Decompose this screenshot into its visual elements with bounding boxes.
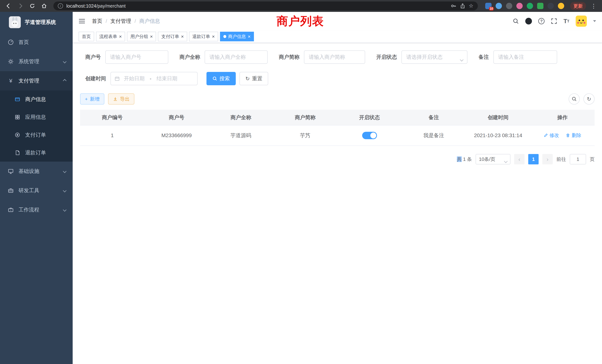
search-button[interactable]: 搜索 [206, 72, 236, 85]
next-page-button[interactable]: › [542, 154, 553, 164]
full-name-input[interactable] [205, 50, 268, 64]
refresh-table-button[interactable]: ↻ [583, 93, 595, 105]
tab-merchant-info[interactable]: 商户信息× [220, 32, 254, 41]
close-icon[interactable]: × [150, 34, 153, 39]
hamburger-icon[interactable] [79, 18, 85, 24]
sidebar-item-system[interactable]: 系统管理 [0, 52, 73, 71]
sidebar-item-refund-order[interactable]: 退款订单 [0, 144, 73, 162]
pagination: 共 1 条 10条/页 ‹ 1 › 前往 页 [80, 154, 595, 164]
date-start-input[interactable] [121, 76, 148, 82]
search-icon [212, 76, 217, 81]
table-row: 1 M233666999 芋道源码 芋艿 我是备注 2021-10-23 08:… [80, 125, 595, 146]
add-button[interactable]: + 新增 [80, 93, 104, 105]
date-range-picker[interactable]: - [110, 72, 198, 85]
page-annotation: 商户列表 [277, 13, 324, 29]
font-size-icon[interactable]: TT [563, 18, 569, 24]
help-icon[interactable]: ? [538, 18, 545, 24]
sidebar-item-merchant-info[interactable]: 商户信息 [0, 90, 73, 108]
github-icon[interactable] [525, 18, 532, 24]
sidebar-item-pay-order[interactable]: 支付订单 [0, 126, 73, 144]
sidebar-item-app-info[interactable]: 应用信息 [0, 108, 73, 126]
tab-user-group[interactable]: 用户分组× [127, 32, 156, 41]
status-select[interactable] [401, 50, 467, 64]
close-icon[interactable]: × [181, 34, 184, 39]
remark-input[interactable] [493, 50, 557, 64]
merchant-table: 商户编号 商户号 商户全称 商户简称 开启状态 备注 创建时间 操作 1 [80, 110, 595, 146]
forward-icon[interactable] [16, 2, 24, 10]
export-button[interactable]: 导出 [108, 93, 134, 105]
date-end-input[interactable] [154, 76, 180, 82]
column-header: 商户编号 [80, 110, 144, 125]
sidebar-item-payment[interactable]: ¥ 支付管理 [0, 71, 73, 90]
fullscreen-icon[interactable] [551, 18, 557, 24]
top-navbar: 首页 / 支付管理 / 商户信息 商户列表 ? TT [73, 12, 602, 30]
extension-icon[interactable] [548, 3, 554, 9]
reset-button[interactable]: ↻ 重置 [239, 72, 268, 85]
back-icon[interactable] [4, 2, 13, 10]
page-info-icon[interactable]: i [58, 3, 63, 9]
share-icon[interactable] [460, 3, 465, 9]
breadcrumb: 首页 / 支付管理 / 商户信息 [92, 18, 160, 25]
bookmark-star-icon[interactable]: ☆ [469, 3, 473, 9]
chevron-down-icon [63, 169, 66, 173]
extension-icon[interactable] [537, 3, 543, 9]
breadcrumb-current: 商户信息 [139, 18, 160, 25]
breadcrumb-home[interactable]: 首页 [92, 18, 102, 25]
payment-submenu: 商户信息 应用信息 支付订单 [0, 90, 73, 162]
edit-label: 修改 [549, 132, 559, 139]
extension-icon[interactable]: 10 [485, 3, 492, 9]
sidebar-item-devtools[interactable]: 研发工具 [0, 181, 73, 200]
avatar[interactable] [576, 16, 587, 27]
sidebar-item-label: 研发工具 [19, 187, 63, 194]
column-header: 商户简称 [273, 110, 337, 125]
tab-pay-order[interactable]: 支付订单× [158, 32, 187, 41]
breadcrumb-payment[interactable]: 支付管理 [110, 18, 131, 25]
address-bar[interactable]: i localhost:1024/pay/merchant ☆ [53, 1, 478, 10]
tab-label: 退款订单 [192, 33, 210, 40]
home-icon[interactable] [40, 2, 48, 10]
extension-icon[interactable] [516, 3, 523, 9]
cell-merchant-no: M233666999 [144, 125, 209, 146]
trash-icon [566, 133, 570, 138]
sidebar-item-label: 支付管理 [19, 77, 63, 84]
search-icon[interactable] [513, 18, 519, 24]
tags-view: 首页 流程表单× 用户分组× 支付订单× 退款订单× 商户信息× [73, 30, 602, 43]
extension-icon[interactable] [506, 3, 512, 9]
full-name-label: 商户全称 [179, 54, 200, 61]
page-size-select[interactable]: 10条/页 [476, 154, 510, 164]
current-page-button[interactable]: 1 [528, 154, 539, 164]
tab-refund-order[interactable]: 退款订单× [189, 32, 218, 41]
extension-badge: 10 [489, 7, 494, 11]
close-icon[interactable]: × [119, 34, 122, 39]
sidebar-item-infra[interactable]: 基础设施 [0, 162, 73, 181]
tab-label: 流程表单 [99, 33, 117, 40]
prev-page-button[interactable]: ‹ [514, 154, 525, 164]
status-toggle[interactable] [362, 132, 377, 139]
sidebar-item-home[interactable]: 首页 [0, 33, 73, 52]
key-icon[interactable] [451, 3, 456, 9]
close-icon[interactable]: × [212, 34, 215, 39]
sidebar-logo[interactable]: 芋道管理系统 [0, 12, 73, 33]
smiley-extension-icon[interactable] [558, 3, 564, 9]
tab-home[interactable]: 首页 [79, 32, 94, 41]
goto-label: 前往 [556, 156, 566, 162]
tab-process-form[interactable]: 流程表单× [96, 32, 125, 41]
extension-icon[interactable] [496, 3, 502, 9]
extension-icon[interactable] [527, 3, 533, 9]
tab-label: 用户分组 [130, 33, 148, 40]
right-tools: ↻ [569, 93, 595, 105]
page-content: 商户号 商户全称 商户简称 开启状态 [73, 43, 602, 364]
delete-link[interactable]: 删除 [566, 132, 581, 139]
reload-icon[interactable] [28, 2, 36, 10]
short-name-input[interactable] [304, 50, 365, 64]
chrome-update-button[interactable]: 更新 [570, 2, 586, 10]
browser-menu-icon[interactable]: ⋮ [590, 3, 598, 9]
avatar-caret-icon[interactable] [593, 20, 596, 22]
edit-link[interactable]: 修改 [544, 132, 559, 139]
merchant-no-input[interactable] [105, 50, 168, 64]
sidebar-item-workflow[interactable]: 工作流程 [0, 200, 73, 219]
info-glyph: i [60, 4, 61, 8]
close-icon[interactable]: × [248, 34, 251, 39]
goto-page-input[interactable] [570, 154, 586, 164]
toggle-search-button[interactable] [569, 93, 580, 105]
